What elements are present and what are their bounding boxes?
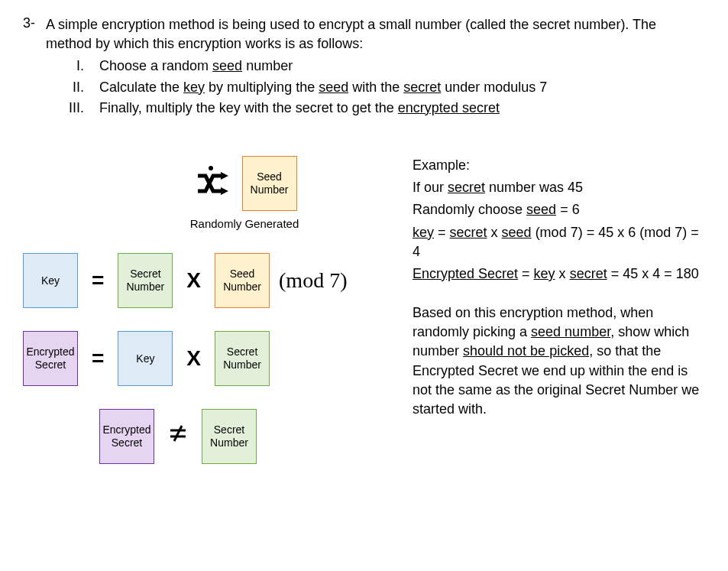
times-sign: X	[173, 268, 215, 293]
step-2: II. Calculate the key by multiplying the…	[61, 78, 705, 97]
secret-box: Secret Number	[215, 331, 270, 386]
steps-list: I. Choose a random seed number II. Calcu…	[61, 57, 705, 118]
seed-box: Seed Number	[242, 156, 297, 211]
step-3: III. Finally, multiply the key with the …	[61, 99, 705, 118]
svg-line-5	[174, 426, 182, 441]
key-equation-row: Key = Secret Number X Seed Number (mod 7…	[23, 253, 382, 308]
neq-icon	[168, 423, 188, 443]
equals-sign: =	[78, 268, 118, 293]
text-column: Example: If our secret number was 45 Ran…	[413, 156, 705, 487]
example-line-1: If our secret number was 45	[413, 178, 705, 197]
encrypted-box: Encrypted Secret	[99, 409, 154, 464]
mod-text: (mod 7)	[270, 268, 347, 293]
task-paragraph: Based on this encryption method, when ra…	[413, 303, 705, 419]
step-text: Finally, multiply the key with the secre…	[99, 99, 500, 118]
example-line-2: Randomly choose seed = 6	[413, 200, 705, 219]
inequality-row: Encrypted Secret Secret Number	[99, 409, 382, 464]
secret-box: Secret Number	[202, 409, 257, 464]
question-header: 3- A simple encryption method is being u…	[23, 15, 705, 54]
random-icon	[193, 162, 235, 204]
step-text: Choose a random seed number	[99, 57, 293, 76]
seed-box: Seed Number	[215, 253, 270, 308]
secret-box: Secret Number	[118, 253, 173, 308]
example-title: Example:	[413, 156, 705, 175]
svg-point-2	[209, 166, 213, 170]
step-text: Calculate the key by multiplying the see…	[99, 78, 547, 97]
random-label: Randomly Generated	[190, 217, 299, 230]
step-num: II.	[61, 78, 99, 97]
example-line-4: Encrypted Secret = key x secret = 45 x 4…	[413, 264, 705, 284]
key-box: Key	[23, 253, 78, 308]
encrypted-box: Encrypted Secret	[23, 331, 78, 386]
svg-marker-1	[221, 187, 228, 195]
content-area: Seed Number Randomly Generated Key = Sec…	[23, 156, 705, 487]
diagram-column: Seed Number Randomly Generated Key = Sec…	[23, 156, 382, 487]
not-equals-sign	[154, 423, 202, 449]
encrypted-equation-row: Encrypted Secret = Key X Secret Number	[23, 331, 382, 386]
seed-generation-row: Seed Number Randomly Generated	[107, 156, 382, 230]
step-num: I.	[61, 57, 99, 76]
example-line-3: key = secret x seed (mod 7) = 45 x 6 (mo…	[413, 223, 705, 261]
equals-sign: =	[78, 346, 118, 371]
step-1: I. Choose a random seed number	[61, 57, 705, 76]
step-num: III.	[61, 99, 99, 118]
key-box: Key	[118, 331, 173, 386]
question-number: 3-	[23, 15, 46, 31]
times-sign: X	[173, 346, 215, 371]
svg-marker-0	[221, 172, 228, 180]
question-intro: A simple encryption method is being used…	[46, 15, 705, 54]
